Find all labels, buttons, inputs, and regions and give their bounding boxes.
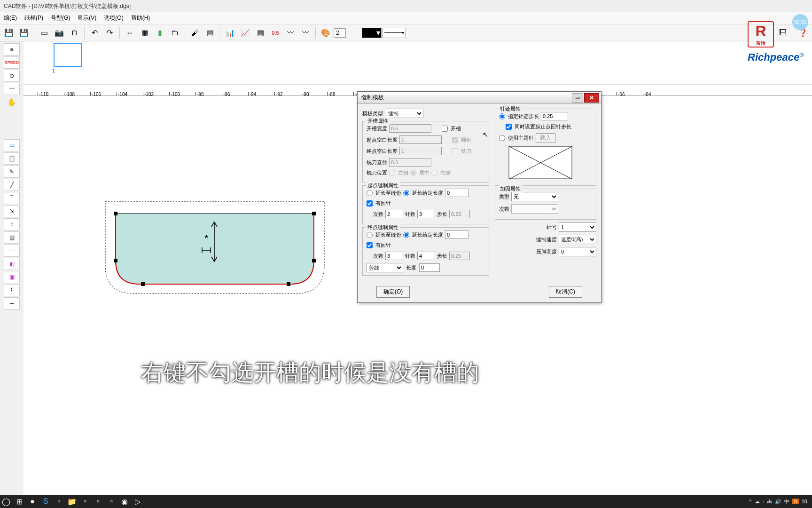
chart-icon[interactable]: 📊: [223, 26, 237, 40]
step-input2[interactable]: [449, 252, 470, 260]
length-input[interactable]: [419, 263, 440, 272]
lt-arr-icon[interactable]: ↕: [4, 218, 20, 230]
windows-taskbar[interactable]: ◯ ⊞ ● S ▫ 📁 ▫ ▫ ▫ ◉ ▷ ^ ☁ ▫ 🖧 🔊 中 S 10: [0, 495, 812, 508]
cursor-icon[interactable]: ▭: [37, 26, 51, 40]
tray-icon[interactable]: ☁: [755, 499, 760, 505]
back-needle-cb2[interactable]: [367, 242, 373, 248]
lt-speed-icon[interactable]: SPEED: [4, 56, 20, 69]
undo-icon[interactable]: ↶: [87, 26, 102, 40]
lt-pattern-icon[interactable]: ▣: [4, 271, 20, 283]
tray-up-icon[interactable]: ^: [749, 499, 751, 504]
tray-net-icon[interactable]: 🖧: [767, 499, 772, 504]
wechat-icon[interactable]: ◉: [120, 497, 129, 506]
lt-rect-icon[interactable]: ▭: [4, 139, 20, 151]
lt-stack-icon[interactable]: ▤: [4, 231, 20, 244]
tray-vol-icon[interactable]: 🔊: [775, 499, 781, 505]
ext-len-input1[interactable]: [445, 189, 468, 197]
ext-len-radio2[interactable]: [403, 232, 409, 238]
wave2-icon[interactable]: 〰: [298, 26, 312, 40]
save2-icon[interactable]: 💾: [17, 26, 31, 40]
dialog-titlebar[interactable]: 缝制模板 ▭ ✕: [358, 92, 601, 104]
color-swatch-black[interactable]: ▾: [362, 28, 382, 38]
app-icon[interactable]: ▫: [55, 497, 63, 506]
needle-no-select[interactable]: 1: [559, 222, 596, 232]
step-input1[interactable]: [449, 210, 470, 218]
menu-pattern[interactable]: 纸样(P): [24, 14, 43, 22]
grid-icon[interactable]: ▦: [138, 26, 152, 40]
times-input2[interactable]: [385, 252, 403, 260]
camera-icon[interactable]: 📷: [52, 26, 66, 40]
grid2-icon[interactable]: ▤: [203, 26, 217, 40]
thumbnail-1[interactable]: [54, 43, 82, 67]
app2-icon[interactable]: ▫: [81, 497, 89, 506]
menu-edit[interactable]: 编(E): [4, 14, 17, 22]
media-icon[interactable]: ▷: [133, 497, 142, 506]
cutline-select[interactable]: 剪线: [367, 263, 403, 272]
lt-flip-icon[interactable]: ◐: [4, 258, 20, 270]
num-icon[interactable]: 0.5: [268, 26, 282, 40]
toolbar-number-input[interactable]: [334, 28, 346, 38]
color-wheel-icon[interactable]: 🎨: [319, 26, 333, 40]
ext-len-radio1[interactable]: [403, 190, 409, 196]
use-theme-radio[interactable]: [499, 135, 505, 141]
tray-ime[interactable]: 中: [784, 498, 789, 505]
speed-select[interactable]: 速度0(高): [559, 235, 596, 244]
cancel-button[interactable]: 取消(C): [549, 286, 582, 298]
box-green-icon[interactable]: ▮: [153, 26, 167, 40]
ext-seam-radio1[interactable]: [367, 190, 373, 196]
save-icon[interactable]: 💾: [2, 26, 16, 40]
mill-dia-input[interactable]: [389, 158, 431, 167]
lt-copy-icon[interactable]: 📋: [4, 152, 20, 165]
line-style-swatch[interactable]: ▾: [383, 28, 406, 38]
slot-width-input[interactable]: [389, 124, 431, 133]
lt-smooth-icon[interactable]: ⌒: [4, 192, 20, 204]
minimize-icon[interactable]: ▭: [572, 93, 583, 103]
ok-button[interactable]: 确定(O): [376, 286, 410, 298]
hand-icon[interactable]: ✋: [4, 96, 20, 108]
reinforce-type-select[interactable]: 无: [511, 192, 558, 201]
tray-icon2[interactable]: ▫: [763, 499, 765, 504]
lt-curve2-icon[interactable]: ⌇: [4, 284, 20, 296]
ext-seam-radio2[interactable]: [367, 232, 373, 238]
explorer-icon[interactable]: 📁: [68, 497, 76, 506]
template-type-select[interactable]: 缝制: [386, 109, 423, 118]
tool-icon[interactable]: ⊓: [67, 26, 81, 40]
cortana-icon[interactable]: ◯: [2, 497, 10, 506]
redo-icon[interactable]: ↷: [102, 26, 117, 40]
lt-line-icon[interactable]: ╱: [4, 179, 20, 191]
spec-step-radio[interactable]: [499, 113, 505, 119]
sync-checkbox[interactable]: [506, 124, 512, 130]
lt-measure-icon[interactable]: ≡: [4, 43, 20, 56]
menu-options[interactable]: 选项(O): [104, 14, 123, 22]
reinforce-times-select[interactable]: [511, 204, 558, 214]
wave-icon[interactable]: 〰: [283, 26, 297, 40]
table-icon[interactable]: ▦: [253, 26, 267, 40]
lt-point-icon[interactable]: ⊙: [4, 70, 20, 82]
tray-s-icon[interactable]: S: [792, 499, 798, 504]
app3-icon[interactable]: ▫: [107, 497, 116, 506]
needles-input2[interactable]: [417, 252, 435, 260]
ext-len-input2[interactable]: [445, 230, 468, 239]
lt-curve-icon[interactable]: 〰: [4, 83, 20, 95]
foot-height-select[interactable]: 0: [559, 247, 596, 256]
spec-step-input[interactable]: [541, 112, 568, 120]
layers-icon[interactable]: 🗀: [168, 26, 182, 40]
chrome-icon[interactable]: ●: [28, 497, 37, 506]
needles-input1[interactable]: [417, 210, 435, 218]
end-blank-input[interactable]: [399, 147, 442, 155]
menu-help[interactable]: 帮助(H): [131, 14, 150, 22]
lt-scale-icon[interactable]: ⇲: [4, 205, 20, 217]
skype-icon[interactable]: S: [41, 497, 50, 506]
slot-checkbox[interactable]: [442, 126, 448, 132]
times-input1[interactable]: [385, 210, 403, 218]
ruler-icon[interactable]: ↔: [123, 26, 137, 40]
menu-size[interactable]: 号型(G): [51, 14, 70, 22]
taskview-icon[interactable]: ⊞: [15, 497, 23, 506]
start-blank-input[interactable]: [399, 135, 442, 144]
lt-edit-icon[interactable]: ✎: [4, 166, 20, 178]
word-icon[interactable]: ▫: [94, 497, 102, 506]
menu-display[interactable]: 显示(V): [78, 14, 96, 22]
pattern-shape[interactable]: *: [103, 199, 329, 300]
line-chart-icon[interactable]: 📈: [238, 26, 252, 40]
tray-time[interactable]: 10: [802, 499, 807, 504]
